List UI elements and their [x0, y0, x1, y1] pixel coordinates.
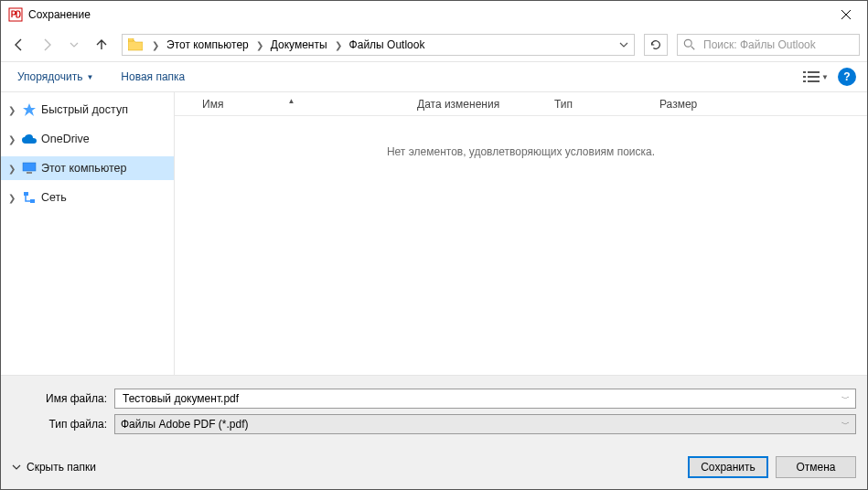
tree-label: Этот компьютер: [41, 162, 126, 175]
filename-input[interactable]: [121, 391, 841, 406]
address-dropdown-icon[interactable]: [614, 37, 634, 53]
chevron-right-icon[interactable]: ❯: [331, 40, 346, 50]
forward-button[interactable]: [36, 34, 58, 56]
footer: Скрыть папки Сохранить Отмена: [1, 443, 867, 489]
tree-label: Сеть: [41, 191, 67, 204]
close-button[interactable]: [825, 1, 867, 28]
star-icon: [21, 101, 38, 118]
folder-icon: [126, 36, 145, 54]
organize-label: Упорядочить: [17, 70, 82, 83]
new-folder-label: Новая папка: [121, 70, 185, 83]
tree-label: Быстрый доступ: [41, 103, 128, 116]
window-title: Сохранение: [28, 8, 91, 21]
column-name[interactable]: ▲ Имя: [175, 98, 408, 111]
navbar: ❯ Этот компьютер ❯ Документы ❯ Файлы Out…: [1, 28, 867, 61]
chevron-down-icon: [12, 463, 21, 472]
chevron-right-icon[interactable]: ❯: [252, 40, 267, 50]
breadcrumb-this-pc[interactable]: Этот компьютер: [163, 37, 252, 53]
empty-message: Нет элементов, удовлетворяющих условиям …: [175, 116, 867, 187]
sort-asc-icon: ▲: [288, 97, 295, 105]
chevron-right-icon[interactable]: ❯: [148, 40, 163, 50]
chevron-down-icon: ﹀: [841, 419, 850, 431]
breadcrumb-documents[interactable]: Документы: [267, 37, 331, 53]
column-size[interactable]: Размер: [650, 98, 742, 111]
view-options-button[interactable]: ▼: [803, 70, 829, 83]
nav-tree: ❯ Быстрый доступ ❯ OneDrive ❯ Этот компь…: [1, 92, 175, 375]
titlebar: Сохранение: [1, 1, 867, 28]
cloud-icon: [21, 131, 38, 147]
tree-onedrive[interactable]: ❯ OneDrive: [1, 127, 174, 151]
toolbar: Упорядочить ▼ Новая папка ▼ ?: [1, 61, 867, 92]
expand-icon[interactable]: ❯: [6, 105, 17, 115]
chevron-down-icon: ▼: [86, 73, 93, 81]
app-icon: [8, 7, 23, 22]
address-bar[interactable]: ❯ Этот компьютер ❯ Документы ❯ Файлы Out…: [122, 34, 635, 56]
file-list: ▲ Имя Дата изменения Тип Размер Нет элем…: [175, 92, 867, 375]
filetype-select[interactable]: Файлы Adobe PDF (*.pdf) ﹀: [114, 414, 856, 434]
svg-rect-3: [803, 71, 806, 73]
refresh-button[interactable]: [644, 34, 668, 56]
tree-this-pc[interactable]: ❯ Этот компьютер: [1, 156, 174, 180]
monitor-icon: [21, 160, 38, 176]
cancel-button[interactable]: Отмена: [776, 456, 856, 478]
svg-rect-4: [808, 71, 820, 73]
hide-folders-label: Скрыть папки: [27, 461, 96, 474]
svg-rect-12: [30, 199, 35, 203]
tree-network[interactable]: ❯ Сеть: [1, 186, 174, 209]
svg-rect-8: [808, 80, 820, 82]
svg-rect-5: [803, 76, 806, 78]
hide-folders-button[interactable]: Скрыть папки: [12, 461, 96, 474]
tree-label: OneDrive: [41, 133, 90, 145]
new-folder-button[interactable]: Новая папка: [115, 67, 190, 87]
svg-rect-10: [27, 172, 32, 174]
svg-point-2: [684, 39, 691, 47]
breadcrumb-outlook-files[interactable]: Файлы Outlook: [346, 37, 429, 53]
column-headers: ▲ Имя Дата изменения Тип Размер: [175, 92, 867, 116]
column-date[interactable]: Дата изменения: [408, 98, 545, 111]
save-dialog: Сохранение ❯ Этот компьютер ❯ Документы …: [0, 0, 868, 490]
help-button[interactable]: ?: [838, 68, 856, 86]
recent-dropdown-icon[interactable]: [63, 34, 85, 56]
search-box[interactable]: [677, 34, 860, 56]
expand-icon[interactable]: ❯: [6, 134, 17, 144]
search-input[interactable]: [702, 37, 853, 52]
back-button[interactable]: [8, 34, 30, 56]
filetype-value: Файлы Adobe PDF (*.pdf): [121, 418, 249, 431]
filename-label: Имя файла:: [12, 392, 114, 405]
chevron-down-icon[interactable]: ﹀: [841, 393, 850, 405]
svg-rect-9: [23, 163, 36, 171]
tree-quick-access[interactable]: ❯ Быстрый доступ: [1, 98, 174, 122]
chevron-down-icon: ▼: [821, 73, 829, 81]
svg-rect-6: [808, 76, 820, 78]
save-button[interactable]: Сохранить: [688, 456, 768, 478]
up-button[interactable]: [91, 34, 113, 56]
network-icon: [21, 189, 38, 206]
filetype-label: Тип файла:: [12, 418, 114, 431]
filename-panel: Имя файла: ﹀ Тип файла: Файлы Adobe PDF …: [1, 375, 867, 443]
organize-button[interactable]: Упорядочить ▼: [12, 67, 99, 87]
column-type[interactable]: Тип: [545, 98, 650, 111]
expand-icon[interactable]: ❯: [6, 164, 17, 174]
expand-icon[interactable]: ❯: [6, 193, 17, 203]
svg-rect-1: [128, 38, 134, 41]
search-icon: [683, 38, 696, 51]
svg-rect-11: [24, 192, 28, 196]
filename-field-wrap: ﹀: [114, 389, 856, 409]
svg-rect-7: [803, 80, 806, 82]
